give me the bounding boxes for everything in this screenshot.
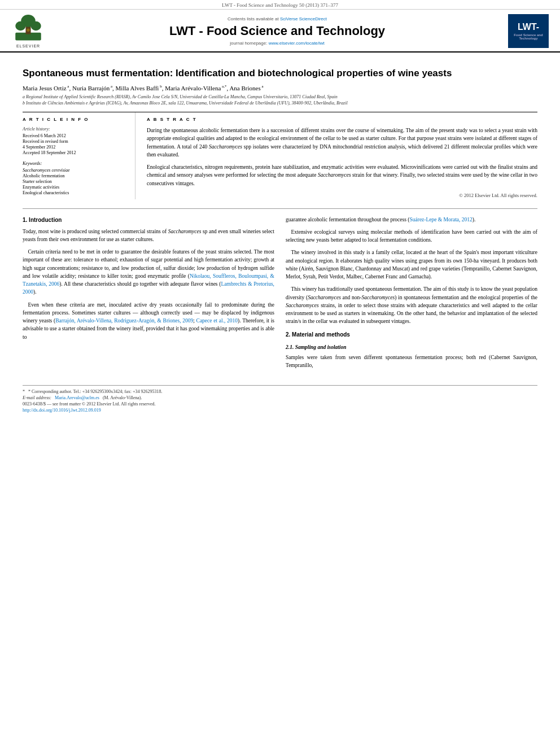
species-name-2: Saccharomyces: [318, 172, 351, 178]
body-col-left: 1. Introduction Today, most wine is prod…: [23, 216, 274, 374]
elsevier-text: ELSEVIER: [16, 44, 40, 48]
footer-note-1: * * Corresponding author. Tel.: +34 9262…: [23, 389, 537, 394]
affiliation-a: a Regional Institute of Applied Scientif…: [23, 94, 338, 99]
keywords-label: Keywords:: [23, 161, 128, 166]
author-baffi: Milla Alves Baffi: [116, 85, 159, 91]
abstract-col: A B S T R A C T During the spontaneous a…: [147, 112, 537, 199]
author-barrajon: Nuria Barrajón: [72, 85, 110, 91]
author-sup-a3: a,*: [221, 84, 226, 89]
right-p1: guarantee alcoholic fermentation through…: [286, 216, 537, 224]
email-note-rest: (M. Arévalo-Villena).: [103, 395, 142, 400]
journal-header-right: LWT- Food Science and Technology: [504, 14, 549, 48]
lwt-logo-text: LWT-: [518, 22, 539, 32]
email-label: E-mail address:: [23, 395, 51, 400]
author-sup-a2: a: [110, 84, 112, 89]
page: LWT - Food Science and Technology 50 (20…: [0, 0, 560, 747]
affiliations: a Regional Institute of Applied Scientif…: [23, 94, 537, 106]
keyword-5: Enological characteristics: [23, 190, 128, 195]
corresponding-author-note: * Corresponding author. Tel.: +34 926295…: [28, 389, 162, 394]
doi-link[interactable]: http://dx.doi.org/10.1016/j.lwt.2012.09.…: [23, 408, 101, 413]
svg-point-4: [31, 21, 41, 30]
author-ortiz: Maria Jesus Ortiz: [23, 85, 67, 91]
right-p5: Samples were taken from seven different …: [286, 353, 537, 370]
article-info-col: A R T I C L E I N F O Article history: R…: [23, 112, 135, 199]
ref-suarez[interactable]: Suárez-Lepe & Morata, 2012: [409, 217, 472, 222]
keywords-section: Keywords: Saccharomyces cerevisiae Alcoh…: [23, 161, 128, 195]
article-title: Spontaneous must fermentation: Identific…: [23, 67, 537, 80]
article-history: Article history: Received 6 March 2012 R…: [23, 126, 128, 155]
keyword-1: Saccharomyces cerevisiae: [23, 168, 128, 173]
abstract-p1: During the spontaneous alcoholic ferment…: [147, 126, 537, 159]
footer-doi: http://dx.doi.org/10.1016/j.lwt.2012.09.…: [23, 408, 537, 413]
authors: Maria Jesus Ortiz a, Nuria Barrajón a, M…: [23, 84, 537, 91]
sciverse-link[interactable]: SciVerse ScienceDirect: [280, 16, 327, 21]
svg-point-5: [27, 28, 29, 31]
lwt-sub-text2: Technology: [519, 37, 537, 40]
saccharomyces-ref2: Saccharomyces: [308, 295, 341, 300]
accepted-date: Accepted 18 September 2012: [23, 150, 128, 155]
body-col-right: guarantee alcoholic fermentation through…: [286, 216, 537, 374]
copyright-line: © 2012 Elsevier Ltd. All rights reserved…: [147, 192, 537, 199]
journal-homepage: journal homepage: www.elsevier.com/locat…: [62, 41, 492, 46]
section-divider: [23, 208, 537, 209]
elsevier-logo: ELSEVIER: [6, 15, 51, 48]
footer-issn: 0023-6438/$ — see front matter © 2012 El…: [23, 401, 537, 407]
intro-heading: 1. Introduction: [23, 216, 274, 224]
top-banner: LWT - Food Science and Technology 50 (20…: [0, 0, 560, 10]
elsevier-logo-area: ELSEVIER: [6, 15, 51, 48]
footer-note-2: E-mail address: Maria.Arevalo@uclm.es (M…: [23, 395, 537, 400]
author-arevalo: Maria Arévalo-Villena: [165, 85, 221, 91]
abstract-label: A B S T R A C T: [147, 117, 537, 122]
footer-section: * * Corresponding author. Tel.: +34 9262…: [23, 385, 537, 413]
journal-citation: LWT - Food Science and Technology 50 (20…: [222, 2, 338, 8]
lwt-logo: LWT- Food Science and Technology: [508, 14, 549, 48]
journal-title: LWT - Food Science and Technology: [62, 24, 492, 38]
homepage-url[interactable]: www.elsevier.com/locate/lwt: [269, 41, 325, 46]
homepage-label: journal homepage:: [230, 41, 267, 46]
saccharomyces-ref: Saccharomyces: [168, 229, 202, 234]
revised-label: Received in revised form: [23, 139, 128, 144]
keyword-2: Alcoholic fermentation: [23, 173, 128, 178]
saccharomyces-ref3: Saccharomyces: [361, 295, 395, 300]
keyword-4: Enzymatic activities: [23, 185, 128, 190]
revised-date: 4 September 2012: [23, 145, 128, 150]
svg-point-3: [15, 21, 25, 30]
saccharomyces-ref4: Saccharomyces: [286, 303, 319, 308]
sampling-subheading: 2.1. Sampling and isolation: [286, 343, 537, 351]
affiliation-b: b Instituto de Ciências Ambientais e Agr…: [23, 101, 348, 106]
email-link[interactable]: Maria.Arevalo@uclm.es: [55, 395, 99, 400]
sciverse-line: Contents lists available at SciVerse Sci…: [62, 16, 492, 21]
issn-text: 0023-6438/$ — see front matter © 2012 El…: [23, 401, 156, 407]
elsevier-tree-icon: [11, 15, 45, 43]
journal-header: ELSEVIER Contents lists available at Sci…: [0, 10, 560, 53]
intro-p1: Today, most wine is produced using selec…: [23, 228, 274, 244]
ref-lambrechts[interactable]: Lambrechts & Pretorius, 2000: [23, 281, 274, 295]
abstract-text: During the spontaneous alcoholic ferment…: [147, 126, 537, 199]
intro-p2: Certain criteria need to be met in order…: [23, 248, 274, 296]
sciverse-prefix: Contents lists available at: [228, 16, 279, 21]
body-two-col: 1. Introduction Today, most wine is prod…: [23, 216, 537, 374]
abstract-p2: Enological characteristics, nitrogen req…: [147, 163, 537, 187]
article-info-label: A R T I C L E I N F O: [23, 117, 128, 122]
keyword-3: Starter selection: [23, 179, 128, 184]
author-sup-a1: a: [67, 84, 69, 89]
journal-header-center: Contents lists available at SciVerse Sci…: [51, 16, 504, 46]
author-sup-b: b: [159, 84, 161, 89]
ref-capece[interactable]: Capece et al., 2010: [196, 318, 238, 324]
author-briones: Ana Briones: [229, 85, 260, 91]
right-p2: Extensive ecological surveys using molec…: [286, 228, 537, 244]
author-sup-a4: a: [261, 84, 264, 89]
article-content: Spontaneous must fermentation: Identific…: [0, 53, 560, 425]
species-name-1: Saccharomyces: [209, 144, 242, 150]
ref-barrajon[interactable]: Barrajón, Arévalo-Villena, Rodriguez-Ara…: [55, 318, 193, 324]
right-p3: The winery involved in this study is a f…: [286, 248, 537, 281]
received-date: Received 6 March 2012: [23, 133, 128, 138]
history-label: Article history:: [23, 126, 128, 132]
intro-p3: Even when these criteria are met, inocul…: [23, 301, 274, 341]
right-p4: This winery has traditionally used spont…: [286, 285, 537, 325]
email-label-text: E-mail address:: [23, 395, 51, 400]
footnote-star: *: [23, 389, 25, 394]
article-info-abstract: A R T I C L E I N F O Article history: R…: [23, 112, 537, 199]
materials-heading: 2. Material and methods: [286, 330, 537, 339]
